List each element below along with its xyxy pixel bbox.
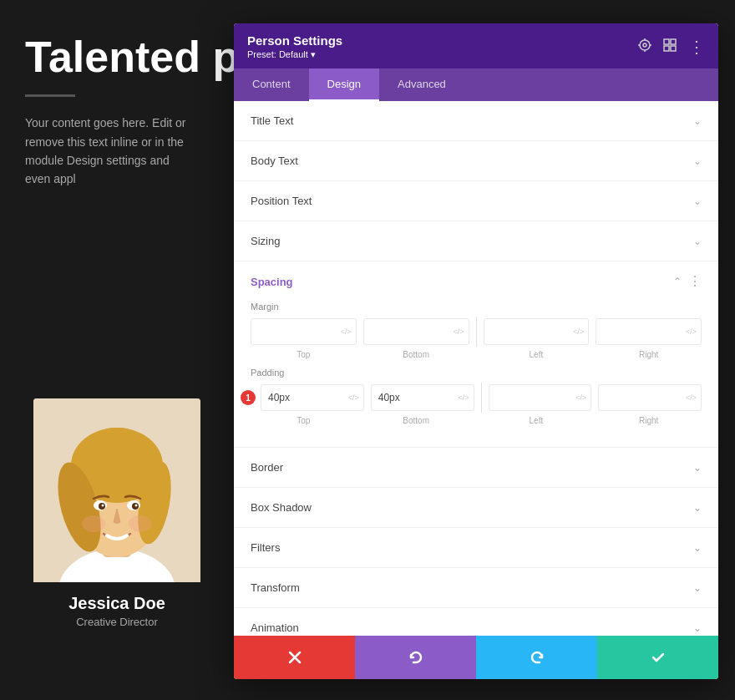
section-transform[interactable]: Transform ⌄ <box>234 568 718 608</box>
code-icon: </> <box>453 327 464 336</box>
panel-header-left: Person Settings Preset: Default ▾ <box>247 33 342 60</box>
svg-point-13 <box>102 505 104 507</box>
more-options-icon[interactable]: ⋮ <box>688 275 702 288</box>
section-spacing: Spacing ⌃ ⋮ Margin </> <box>234 261 718 448</box>
tab-design[interactable]: Design <box>309 68 379 101</box>
more-icon[interactable]: ⋮ <box>688 38 705 55</box>
margin-right-wrap: </> <box>596 318 702 345</box>
panel-preset[interactable]: Preset: Default ▾ <box>247 49 342 60</box>
section-animation[interactable]: Animation ⌄ <box>234 608 718 636</box>
code-icon: </> <box>686 327 697 336</box>
panel-content[interactable]: Title Text ⌄ Body Text ⌄ Position Text ⌄… <box>234 101 718 636</box>
section-body-text[interactable]: Body Text ⌄ <box>234 141 718 181</box>
padding-badge: 1 <box>241 390 256 405</box>
margin-left-wrap: </> <box>484 318 590 345</box>
padding-label: Padding <box>251 368 702 378</box>
svg-rect-26 <box>671 46 676 51</box>
preset-arrow: ▾ <box>311 49 316 59</box>
chevron-down-icon: ⌄ <box>693 115 702 127</box>
margin-top-label: Top <box>251 350 357 359</box>
padding-right-wrap: </> <box>598 384 702 411</box>
margin-labels-left: Top Bottom <box>251 350 469 359</box>
section-transform-label: Transform <box>251 581 300 594</box>
padding-right-fields: </> </> <box>489 384 702 411</box>
padding-inputs-row: </> </> </> <box>261 383 702 413</box>
layout-icon[interactable] <box>663 38 677 55</box>
margin-labels-row: Top Bottom Left Right <box>251 350 702 359</box>
section-border[interactable]: Border ⌄ <box>234 448 718 488</box>
section-box-shadow-label: Box Shadow <box>251 501 312 514</box>
chevron-down-icon: ⌄ <box>693 622 702 634</box>
chevron-up-icon: ⌃ <box>673 276 682 287</box>
section-filters-label: Filters <box>251 541 280 554</box>
padding-labels-left: Top Bottom <box>251 416 469 425</box>
section-sizing[interactable]: Sizing ⌄ <box>234 221 718 261</box>
tab-content[interactable]: Content <box>234 68 309 101</box>
section-box-shadow[interactable]: Box Shadow ⌄ <box>234 488 718 528</box>
code-icon: </> <box>348 393 359 402</box>
section-position-text[interactable]: Position Text ⌄ <box>234 181 718 221</box>
person-title: Creative Director <box>42 616 192 628</box>
panel-title: Person Settings <box>247 33 342 48</box>
save-button[interactable] <box>597 636 718 679</box>
section-animation-label: Animation <box>251 621 299 634</box>
panel-footer <box>234 636 718 679</box>
x-icon <box>287 650 302 665</box>
svg-rect-25 <box>664 46 669 51</box>
margin-right-fields: </> </> <box>484 318 702 345</box>
chevron-down-icon: ⌄ <box>693 155 702 167</box>
labels-divider <box>476 350 477 359</box>
padding-bottom-wrap: </> <box>371 384 474 411</box>
padding-left-label: Left <box>484 416 590 425</box>
padding-divider <box>481 383 482 413</box>
spacing-header[interactable]: Spacing ⌃ ⋮ <box>234 261 718 302</box>
code-icon: </> <box>341 327 352 336</box>
svg-rect-24 <box>671 39 676 44</box>
margin-labels-right: Left Right <box>484 350 702 359</box>
redo-button[interactable] <box>476 636 597 679</box>
svg-point-18 <box>643 43 646 47</box>
code-icon: </> <box>458 393 469 402</box>
bg-divider <box>25 94 75 97</box>
redo-icon <box>530 650 545 665</box>
bg-person-card: Jessica Doe Creative Director <box>33 398 200 633</box>
margin-label: Margin <box>251 302 702 312</box>
settings-panel: Person Settings Preset: Default ▾ <box>234 23 718 679</box>
svg-point-15 <box>82 515 105 532</box>
check-icon <box>651 650 666 665</box>
margin-divider <box>476 317 477 347</box>
undo-button[interactable] <box>355 636 476 679</box>
padding-left-fields: </> </> <box>261 384 474 411</box>
section-filters[interactable]: Filters ⌄ <box>234 528 718 568</box>
spacing-title: Spacing <box>251 276 293 288</box>
undo-icon <box>408 650 423 665</box>
margin-right-label: Right <box>596 350 702 359</box>
padding-top-wrap: </> <box>261 384 364 411</box>
code-icon: </> <box>686 393 697 402</box>
padding-bottom-label: Bottom <box>363 416 469 425</box>
cancel-button[interactable] <box>234 636 355 679</box>
svg-point-16 <box>129 515 152 532</box>
tab-advanced[interactable]: Advanced <box>379 68 464 101</box>
padding-row-wrapper: 1 </> </> <box>251 383 702 413</box>
padding-left-wrap: </> <box>489 384 592 411</box>
chevron-down-icon: ⌄ <box>693 195 702 207</box>
panel-tabs: Content Design Advanced <box>234 68 718 101</box>
section-title-text-label: Title Text <box>251 114 293 127</box>
margin-inputs-row: </> </> </> <box>251 317 702 347</box>
margin-top-wrap: </> <box>251 318 357 345</box>
target-icon[interactable] <box>638 38 651 55</box>
margin-bottom-label: Bottom <box>363 350 469 359</box>
spacing-header-icons: ⌃ ⋮ <box>673 275 702 288</box>
svg-point-17 <box>640 40 650 50</box>
section-title-text[interactable]: Title Text ⌄ <box>234 101 718 141</box>
chevron-down-icon: ⌄ <box>693 542 702 554</box>
code-icon: </> <box>573 327 584 336</box>
section-body-text-label: Body Text <box>251 155 298 167</box>
padding-labels-right: Left Right <box>484 416 702 425</box>
labels-divider2 <box>476 416 477 425</box>
section-position-text-label: Position Text <box>251 195 312 207</box>
spacing-content: Margin </> </> <box>234 302 718 447</box>
padding-labels-row: Top Bottom Left Right <box>251 416 702 425</box>
svg-rect-23 <box>664 39 669 44</box>
